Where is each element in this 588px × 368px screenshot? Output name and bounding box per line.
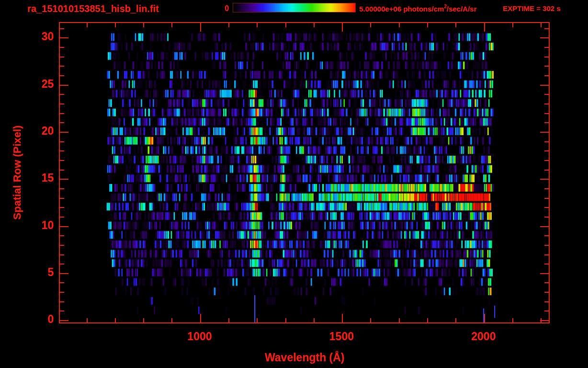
axis-tick <box>544 301 549 302</box>
axis-tick <box>512 318 513 322</box>
y-tick-label: 30 <box>19 30 54 43</box>
axis-tick <box>60 273 68 274</box>
axis-tick <box>60 113 64 114</box>
axis-tick <box>544 217 549 218</box>
axis-tick <box>87 23 88 27</box>
axis-tick <box>115 23 116 27</box>
axis-tick <box>540 320 549 321</box>
axis-tick <box>60 301 64 302</box>
axis-tick <box>544 122 549 123</box>
axis-tick <box>285 23 286 27</box>
axis-tick <box>143 23 144 27</box>
axis-tick <box>228 23 229 27</box>
axis-tick <box>60 37 68 38</box>
axis-tick <box>60 282 64 283</box>
axis-tick <box>60 141 64 142</box>
axis-tick <box>200 23 201 32</box>
axis-tick <box>200 314 201 322</box>
axis-tick <box>60 254 64 255</box>
axis-tick <box>544 235 549 236</box>
axis-tick <box>60 245 64 246</box>
x-tick-label: 2000 <box>455 330 512 343</box>
units-prefix: 5.00000e+06 photons/cm <box>359 5 444 13</box>
axis-tick <box>370 318 371 322</box>
axis-tick <box>87 318 88 322</box>
axis-tick <box>544 310 549 311</box>
axis-tick <box>314 23 315 27</box>
axis-tick <box>484 23 485 32</box>
plot-window: ra_151010153851_hisb_lin.fit 0 5.00000e+… <box>0 0 588 368</box>
axis-tick <box>60 235 64 236</box>
file-title: ra_151010153851_hisb_lin.fit <box>27 3 159 14</box>
axis-tick <box>541 23 542 27</box>
axis-tick <box>540 226 549 227</box>
axis-tick <box>60 150 64 151</box>
axis-tick <box>544 254 549 255</box>
axis-tick <box>540 273 549 274</box>
axis-tick <box>544 245 549 246</box>
y-tick-label: 20 <box>19 125 54 138</box>
axis-tick <box>60 104 64 104</box>
x-axis-title: Wavelength (Å) <box>209 351 400 364</box>
axis-tick <box>285 318 286 322</box>
axis-tick <box>314 318 315 322</box>
axis-tick <box>540 132 549 133</box>
axis-tick <box>544 47 549 48</box>
axis-tick <box>143 318 144 322</box>
axis-tick <box>544 94 549 95</box>
axis-tick <box>544 28 549 29</box>
y-tick-label: 0 <box>19 313 54 326</box>
axis-tick <box>60 47 64 48</box>
axis-tick <box>60 170 64 171</box>
axis-tick <box>399 23 400 27</box>
axis-tick <box>399 318 400 322</box>
axis-tick <box>60 207 64 208</box>
axis-tick <box>60 160 64 161</box>
axis-tick <box>60 264 64 264</box>
axis-tick <box>544 198 549 199</box>
axis-tick <box>427 23 428 27</box>
axis-tick <box>484 314 485 322</box>
axis-tick <box>544 207 549 208</box>
axis-tick <box>257 318 258 322</box>
axis-tick <box>60 292 64 293</box>
x-tick-label: 1000 <box>171 330 228 343</box>
axis-tick <box>171 23 172 27</box>
axis-tick <box>60 66 64 67</box>
axis-tick <box>540 179 549 180</box>
axis-tick <box>60 132 68 133</box>
axis-tick <box>370 23 371 27</box>
plot-frame <box>59 22 550 323</box>
units-superscript: 2 <box>444 4 447 9</box>
axis-tick <box>60 179 68 180</box>
axis-tick <box>60 217 64 218</box>
axis-tick <box>544 113 549 114</box>
axis-tick <box>60 75 64 76</box>
y-tick-label: 15 <box>19 172 54 184</box>
axis-tick <box>544 104 549 104</box>
axis-tick <box>60 188 64 189</box>
axis-tick <box>171 318 172 322</box>
axis-tick <box>544 282 549 283</box>
axis-tick <box>544 150 549 151</box>
axis-tick <box>60 94 64 95</box>
axis-tick <box>544 66 549 67</box>
colorbar-max-units-label: 5.00000e+06 photons/cm2/sec/A/sr <box>359 4 476 13</box>
axis-tick <box>540 85 549 86</box>
axis-tick <box>455 23 456 27</box>
axis-tick <box>512 23 513 27</box>
axis-tick <box>60 122 64 123</box>
y-tick-label: 5 <box>19 266 54 279</box>
y-tick-label: 25 <box>19 78 54 91</box>
axis-tick <box>544 264 549 264</box>
axis-tick <box>60 28 64 29</box>
axis-tick <box>257 23 258 27</box>
axis-tick <box>60 226 68 227</box>
colorbar <box>233 3 356 12</box>
spectrogram-canvas <box>60 23 549 322</box>
axis-tick <box>60 57 64 58</box>
axis-tick <box>60 198 64 199</box>
y-tick-label: 10 <box>19 219 54 232</box>
x-tick-label: 1500 <box>313 330 370 343</box>
axis-tick <box>427 318 428 322</box>
